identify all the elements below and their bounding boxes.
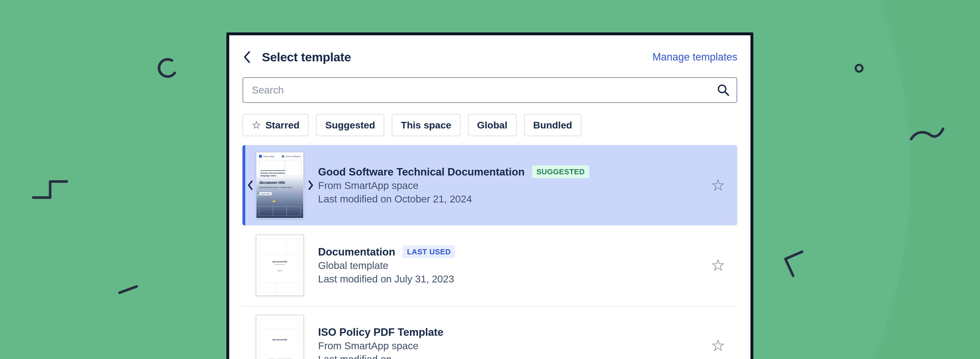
template-source: From SmartApp space (318, 339, 711, 353)
back-button[interactable] (242, 49, 256, 64)
filter-this-space-label: This space (401, 120, 451, 131)
template-source: From SmartApp space (318, 179, 711, 192)
search-icon[interactable] (717, 83, 730, 98)
template-thumbnail-iso-policy: document-title COMPLIANCE CONTENT (256, 315, 304, 359)
selected-accent-bar (242, 145, 245, 225)
filter-this-space[interactable]: This space (392, 114, 460, 136)
filter-bundled[interactable]: Bundled (524, 114, 581, 136)
star-template-button[interactable]: ☆ (711, 257, 725, 273)
filter-bundled-label: Bundled (533, 120, 572, 131)
squiggle-doodle (911, 129, 943, 139)
thumb-doc-subtitle: document-space-name + version-name (259, 187, 292, 188)
star-template-button[interactable]: ☆ (711, 338, 725, 354)
select-template-dialog: Select template Manage templates ☆ Starr… (226, 32, 753, 359)
search-input[interactable] (242, 77, 737, 103)
dialog-header: Select template Manage templates (242, 49, 737, 64)
thumb-doc-title: document-title (256, 338, 303, 341)
thumb-chip: date (277, 269, 283, 273)
star-outline-icon: ☆ (251, 119, 261, 131)
page-title: Select template (262, 50, 351, 64)
thumbnail-prev-button[interactable] (247, 180, 253, 190)
last-used-badge: LAST USED (402, 246, 455, 258)
thumb-doc-title: document-title (256, 260, 303, 263)
template-thumbnail-good-software: Clever App Good Software Release Documen… (256, 152, 304, 219)
filter-suggested-label: Suggested (325, 120, 375, 131)
template-title: Good Software Technical Documentation (318, 165, 525, 179)
filter-chips: ☆ Starred Suggested This space Global Bu… (242, 114, 737, 136)
search-bar (242, 77, 737, 103)
thumb-brand-logo: Good Software (282, 155, 301, 158)
template-list: Clever App Good Software Release Documen… (242, 145, 737, 359)
filter-starred[interactable]: ☆ Starred (242, 114, 309, 136)
thumb-caption: Release Documentation language name (261, 170, 285, 177)
thumbnail-next-button[interactable] (308, 180, 314, 190)
chevron-left-icon (242, 50, 251, 64)
suggested-badge: SUGGESTED (532, 166, 589, 178)
filter-suggested[interactable]: Suggested (316, 114, 384, 136)
thumb-doc-title: document-title (259, 180, 285, 185)
ring-doodle (856, 65, 862, 72)
list-divider (242, 306, 737, 307)
arc-doodle (159, 59, 175, 77)
template-title: ISO Policy PDF Template (318, 325, 443, 339)
template-modified: Last modified on July 31, 2023 (318, 272, 711, 286)
manage-templates-link[interactable]: Manage templates (652, 51, 737, 63)
template-modified: Last modified on (318, 353, 711, 359)
angle-doodle (786, 252, 802, 276)
template-thumbnail-documentation: document-title date (256, 235, 304, 296)
template-modified: Last modified on October 21, 2024 (318, 192, 711, 206)
template-row-documentation[interactable]: document-title date Documentation LAST U… (242, 232, 737, 298)
filter-global[interactable]: Global (468, 114, 517, 136)
star-template-button[interactable]: ☆ (711, 177, 725, 193)
thumb-app-logo: Clever App (259, 155, 274, 158)
template-source: Global template (318, 258, 711, 272)
thumb-export-chip: export-date (259, 192, 272, 195)
filter-global-label: Global (477, 120, 508, 131)
template-title: Documentation (318, 245, 395, 258)
filter-starred-label: Starred (265, 120, 299, 131)
template-row-iso-policy[interactable]: document-title COMPLIANCE CONTENT ISO Po… (242, 313, 737, 359)
dash-doodle (119, 286, 137, 293)
template-row-good-software[interactable]: Clever App Good Software Release Documen… (242, 145, 737, 225)
step-doodle (33, 182, 67, 198)
